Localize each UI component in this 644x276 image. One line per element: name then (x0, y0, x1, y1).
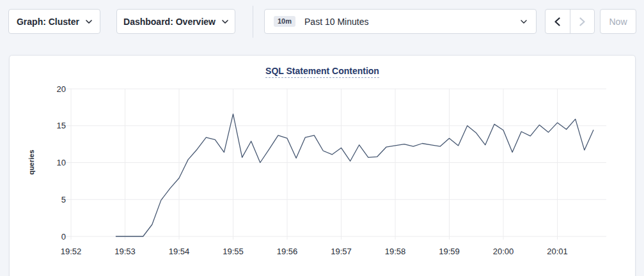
svg-text:0: 0 (61, 232, 66, 241)
svg-text:19:53: 19:53 (114, 247, 136, 256)
svg-text:10: 10 (57, 158, 66, 167)
chart-title[interactable]: SQL Statement Contention (265, 66, 379, 78)
svg-text:20:01: 20:01 (547, 247, 568, 256)
svg-text:5: 5 (61, 195, 66, 204)
toolbar-divider (253, 6, 253, 38)
chevron-down-icon (86, 20, 92, 24)
svg-text:19:55: 19:55 (223, 247, 244, 256)
time-range-badge: 10m (274, 16, 295, 27)
svg-text:20:00: 20:00 (493, 247, 514, 256)
time-forward-button[interactable] (570, 10, 595, 33)
graph-dropdown[interactable]: Graph: Cluster (8, 9, 100, 34)
metrics-toolbar: Graph: Cluster Dashboard: Overview 10m P… (0, 0, 644, 55)
now-button[interactable]: Now (600, 9, 636, 34)
svg-text:19:59: 19:59 (439, 247, 460, 256)
svg-text:19:52: 19:52 (61, 247, 82, 256)
chevron-left-icon (554, 17, 560, 26)
dashboard-dropdown-label: Dashboard: Overview (123, 17, 216, 27)
svg-text:19:57: 19:57 (331, 247, 352, 256)
svg-text:19:56: 19:56 (277, 247, 298, 256)
graph-dropdown-label: Graph: Cluster (17, 17, 79, 27)
dashboard-dropdown[interactable]: Dashboard: Overview (116, 9, 235, 34)
chevron-down-icon (521, 20, 527, 24)
time-back-button[interactable] (546, 10, 570, 33)
svg-text:19:58: 19:58 (385, 247, 406, 256)
time-range-label: Past 10 Minutes (304, 17, 368, 27)
chart-title-row: SQL Statement Contention (10, 56, 635, 78)
svg-text:19:54: 19:54 (169, 247, 190, 256)
chart-card: SQL Statement Contention 0510152019:5219… (9, 55, 636, 276)
time-step-group (545, 9, 595, 34)
chevron-right-icon (579, 17, 585, 26)
svg-text:20: 20 (57, 84, 66, 94)
sql-statement-contention-chart[interactable]: 0510152019:5219:5319:5419:5519:5619:5719… (10, 77, 635, 269)
svg-text:15: 15 (57, 121, 66, 130)
svg-text:queries: queries (27, 150, 35, 174)
chevron-down-icon (222, 20, 228, 24)
time-range-dropdown[interactable]: 10m Past 10 Minutes (264, 9, 537, 34)
